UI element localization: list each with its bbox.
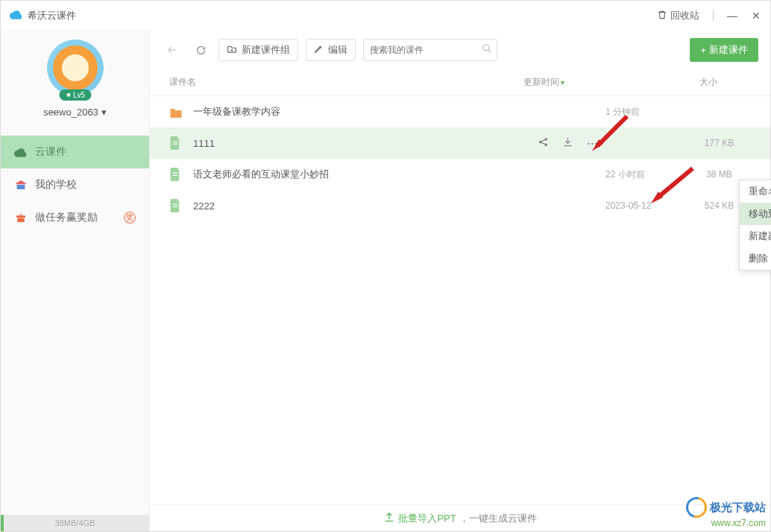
storage-bar: 38MB/4GB [1, 515, 149, 531]
nav-rewards[interactable]: 做任务赢奖励 奖 [1, 201, 149, 234]
edit-icon [314, 44, 324, 56]
table-row[interactable]: 语文老师必看的互动课堂小妙招 22 小时前 38 MB [150, 159, 770, 190]
gift-icon [14, 212, 28, 224]
menu-move-to[interactable]: 移动到 [740, 203, 771, 225]
file-icon [169, 199, 183, 212]
avatar-area: Lv5 seewo_2063 ▾ [1, 31, 149, 130]
row-name: 1111 [193, 138, 523, 149]
recycle-label: 回收站 [670, 9, 699, 22]
row-name: 一年级备课教学内容 [193, 105, 523, 118]
menu-delete[interactable]: 删除 [740, 247, 771, 270]
cloud-icon [10, 9, 23, 22]
row-time: 1 分钟前 [605, 106, 687, 118]
close-button[interactable]: ✕ [751, 10, 761, 22]
back-button[interactable] [162, 39, 183, 60]
app-title: 希沃云课件 [28, 9, 76, 22]
row-name: 2222 [193, 200, 523, 212]
new-group-button[interactable]: 新建课件组 [218, 39, 298, 61]
lion-icon [53, 45, 98, 90]
new-group-label: 新建课件组 [242, 43, 290, 57]
folder-icon [169, 107, 183, 118]
main-area: Lv5 seewo_2063 ▾ 云课件 我的学校 [1, 31, 770, 531]
nav-label: 我的学校 [35, 178, 77, 191]
more-icon[interactable] [587, 136, 598, 150]
col-time[interactable]: 更新时间 ▾ [523, 76, 665, 89]
edit-button[interactable]: 编辑 [306, 39, 356, 61]
username-text: seewo_2063 [43, 107, 98, 118]
table-row[interactable]: 1111 177 KB [150, 127, 770, 159]
nav-my-school[interactable]: 我的学校 [1, 168, 149, 201]
search-box [363, 39, 497, 61]
svg-point-5 [591, 143, 594, 145]
content: 新建课件组 编辑 + 新建课件 课件名 更新时间 [150, 31, 770, 531]
file-list: 一年级备课教学内容 1 分钟前 1111 177 KB [150, 96, 770, 504]
title-right: 回收站 — ✕ [657, 9, 761, 22]
username-dropdown[interactable]: seewo_2063 ▾ [43, 107, 107, 118]
divider [713, 10, 714, 22]
col-time-label: 更新时间 [523, 76, 559, 89]
nav-label: 云课件 [35, 145, 66, 159]
download-icon[interactable] [562, 136, 573, 150]
context-menu: 重命名 移动到 新建副本 删除 [739, 180, 771, 270]
bottom-bar: 批量导入PPT ，一键生成云课件 [150, 504, 770, 531]
search-icon[interactable] [482, 43, 492, 57]
chevron-down-icon: ▾ [101, 107, 107, 118]
trash-icon [657, 10, 667, 22]
menu-rename[interactable]: 重命名 [740, 180, 771, 203]
col-size[interactable]: 大小 [665, 76, 751, 89]
cloud-icon [14, 147, 28, 157]
import-ppt-button[interactable]: 批量导入PPT [398, 512, 456, 525]
nav-cloud-courseware[interactable]: 云课件 [1, 136, 149, 168]
svg-point-0 [483, 45, 489, 51]
toolbar: 新建课件组 编辑 + 新建课件 [150, 31, 770, 69]
nav: 云课件 我的学校 做任务赢奖励 奖 [1, 136, 149, 234]
school-icon [14, 179, 28, 191]
svg-point-6 [595, 143, 597, 145]
folder-plus-icon [227, 44, 237, 57]
titlebar: 希沃云课件 回收站 — ✕ [1, 1, 770, 31]
sidebar: Lv5 seewo_2063 ▾ 云课件 我的学校 [1, 31, 150, 531]
plus-icon: + [700, 45, 706, 56]
table-row[interactable]: 一年级备课教学内容 1 分钟前 [150, 96, 770, 127]
file-icon [169, 136, 183, 150]
table-row[interactable]: 2222 2023-05-12 524 KB [150, 190, 770, 221]
row-actions [523, 136, 605, 150]
row-time: 22 小时前 [605, 168, 687, 181]
refresh-button[interactable] [190, 39, 211, 60]
minimize-button[interactable]: — [727, 10, 737, 22]
sort-icon: ▾ [561, 78, 564, 86]
reward-badge: 奖 [124, 212, 136, 224]
edit-label: 编辑 [328, 43, 347, 57]
row-size: 177 KB [687, 138, 751, 148]
storage-text: 38MB/4GB [55, 519, 95, 528]
menu-duplicate[interactable]: 新建副本 [740, 225, 771, 247]
app-window: 希沃云课件 回收站 — ✕ Lv5 see [0, 0, 771, 532]
svg-point-4 [588, 143, 590, 145]
col-name[interactable]: 课件名 [169, 76, 523, 89]
search-input[interactable] [370, 45, 482, 55]
recycle-bin-button[interactable]: 回收站 [657, 9, 699, 22]
new-file-label: 新建课件 [709, 43, 748, 57]
badge-icon [65, 92, 72, 98]
level-text: Lv5 [73, 91, 85, 99]
row-size: 38 MB [687, 169, 751, 180]
table-header: 课件名 更新时间 ▾ 大小 [150, 69, 770, 96]
file-icon [169, 168, 183, 181]
new-courseware-button[interactable]: + 新建课件 [690, 38, 758, 62]
nav-label: 做任务赢奖励 [35, 211, 98, 224]
row-time: 2023-05-12 [605, 200, 687, 211]
level-badge: Lv5 [59, 89, 91, 101]
title-left: 希沃云课件 [10, 9, 76, 22]
import-sub: ，一键生成云课件 [459, 512, 537, 525]
import-icon [383, 511, 395, 525]
row-name: 语文老师必看的互动课堂小妙招 [193, 168, 523, 181]
share-icon[interactable] [538, 136, 549, 150]
avatar[interactable]: Lv5 [47, 39, 104, 96]
storage-fill [1, 515, 4, 531]
